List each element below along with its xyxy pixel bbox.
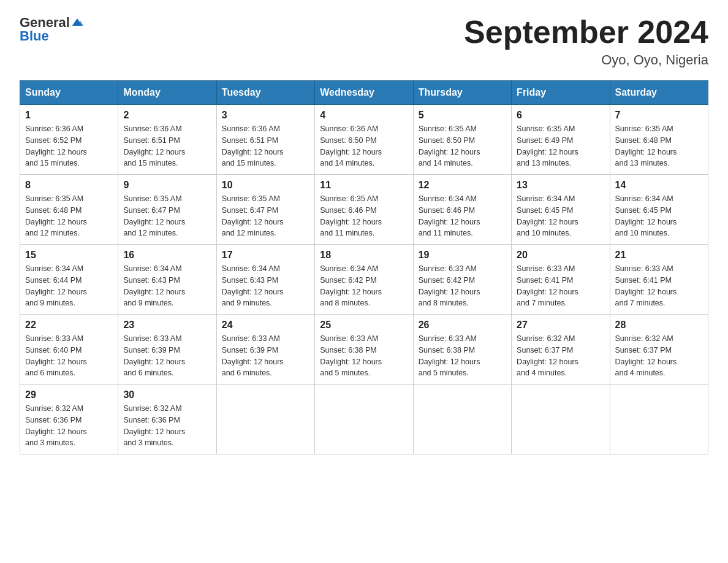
col-saturday: Saturday	[610, 81, 708, 105]
day-number: 28	[615, 320, 703, 331]
calendar-cell: 7 Sunrise: 6:35 AM Sunset: 6:48 PM Dayli…	[610, 105, 708, 175]
day-number: 13	[517, 180, 604, 191]
calendar-cell: 13 Sunrise: 6:34 AM Sunset: 6:45 PM Dayl…	[512, 175, 610, 245]
calendar-cell: 19 Sunrise: 6:33 AM Sunset: 6:42 PM Dayl…	[413, 245, 511, 315]
calendar-cell: 12 Sunrise: 6:34 AM Sunset: 6:46 PM Dayl…	[413, 175, 511, 245]
page-header: General Blue September 2024 Oyo, Oyo, Ni…	[20, 15, 708, 68]
calendar-cell: 28 Sunrise: 6:32 AM Sunset: 6:37 PM Dayl…	[610, 315, 708, 385]
calendar-week-2: 8 Sunrise: 6:35 AM Sunset: 6:48 PM Dayli…	[20, 175, 708, 245]
calendar-cell: 11 Sunrise: 6:35 AM Sunset: 6:46 PM Dayl…	[315, 175, 413, 245]
day-info: Sunrise: 6:34 AM Sunset: 6:42 PM Dayligh…	[320, 263, 408, 309]
calendar-cell: 23 Sunrise: 6:33 AM Sunset: 6:39 PM Dayl…	[118, 315, 216, 385]
day-number: 27	[517, 320, 604, 331]
day-info: Sunrise: 6:35 AM Sunset: 6:49 PM Dayligh…	[517, 123, 604, 169]
day-number: 11	[320, 180, 408, 191]
calendar-cell: 2 Sunrise: 6:36 AM Sunset: 6:51 PM Dayli…	[118, 105, 216, 175]
day-number: 14	[615, 180, 703, 191]
day-number: 25	[320, 320, 408, 331]
day-info: Sunrise: 6:32 AM Sunset: 6:37 PM Dayligh…	[615, 333, 703, 379]
day-info: Sunrise: 6:35 AM Sunset: 6:48 PM Dayligh…	[615, 123, 703, 169]
day-number: 2	[123, 110, 211, 121]
day-number: 20	[517, 250, 604, 261]
day-info: Sunrise: 6:33 AM Sunset: 6:39 PM Dayligh…	[222, 333, 309, 379]
calendar-cell: 21 Sunrise: 6:33 AM Sunset: 6:41 PM Dayl…	[610, 245, 708, 315]
day-info: Sunrise: 6:34 AM Sunset: 6:43 PM Dayligh…	[222, 263, 309, 309]
calendar-cell	[216, 385, 314, 454]
calendar-cell: 27 Sunrise: 6:32 AM Sunset: 6:37 PM Dayl…	[512, 315, 610, 385]
logo-icon	[71, 17, 83, 29]
calendar-cell: 20 Sunrise: 6:33 AM Sunset: 6:41 PM Dayl…	[512, 245, 610, 315]
calendar-cell: 6 Sunrise: 6:35 AM Sunset: 6:49 PM Dayli…	[512, 105, 610, 175]
calendar-cell: 26 Sunrise: 6:33 AM Sunset: 6:38 PM Dayl…	[413, 315, 511, 385]
day-info: Sunrise: 6:36 AM Sunset: 6:51 PM Dayligh…	[222, 123, 309, 169]
day-info: Sunrise: 6:36 AM Sunset: 6:51 PM Dayligh…	[123, 123, 211, 169]
day-number: 26	[419, 320, 506, 331]
day-number: 23	[123, 320, 211, 331]
title-section: September 2024 Oyo, Oyo, Nigeria	[464, 15, 708, 68]
calendar-cell: 29 Sunrise: 6:32 AM Sunset: 6:36 PM Dayl…	[20, 385, 118, 454]
logo-blue: Blue	[20, 28, 49, 44]
calendar-week-3: 15 Sunrise: 6:34 AM Sunset: 6:44 PM Dayl…	[20, 245, 708, 315]
col-friday: Friday	[512, 81, 610, 105]
day-number: 18	[320, 250, 408, 261]
day-info: Sunrise: 6:34 AM Sunset: 6:46 PM Dayligh…	[419, 193, 506, 239]
calendar-title: September 2024	[464, 15, 708, 50]
calendar-cell: 18 Sunrise: 6:34 AM Sunset: 6:42 PM Dayl…	[315, 245, 413, 315]
day-info: Sunrise: 6:34 AM Sunset: 6:45 PM Dayligh…	[615, 193, 703, 239]
day-info: Sunrise: 6:35 AM Sunset: 6:50 PM Dayligh…	[419, 123, 506, 169]
day-number: 15	[25, 250, 113, 261]
day-info: Sunrise: 6:34 AM Sunset: 6:44 PM Dayligh…	[25, 263, 113, 309]
col-monday: Monday	[118, 81, 216, 105]
calendar-cell	[610, 385, 708, 454]
day-number: 6	[517, 110, 604, 121]
day-info: Sunrise: 6:33 AM Sunset: 6:41 PM Dayligh…	[615, 263, 703, 309]
day-info: Sunrise: 6:33 AM Sunset: 6:39 PM Dayligh…	[123, 333, 211, 379]
day-info: Sunrise: 6:35 AM Sunset: 6:46 PM Dayligh…	[320, 193, 408, 239]
day-number: 29	[25, 389, 113, 400]
day-info: Sunrise: 6:32 AM Sunset: 6:36 PM Dayligh…	[25, 403, 113, 449]
day-number: 12	[419, 180, 506, 191]
day-number: 8	[25, 180, 113, 191]
calendar-cell: 10 Sunrise: 6:35 AM Sunset: 6:47 PM Dayl…	[216, 175, 314, 245]
day-info: Sunrise: 6:33 AM Sunset: 6:42 PM Dayligh…	[419, 263, 506, 309]
calendar-week-4: 22 Sunrise: 6:33 AM Sunset: 6:40 PM Dayl…	[20, 315, 708, 385]
calendar-cell: 30 Sunrise: 6:32 AM Sunset: 6:36 PM Dayl…	[118, 385, 216, 454]
col-thursday: Thursday	[413, 81, 511, 105]
calendar-table: Sunday Monday Tuesday Wednesday Thursday…	[20, 80, 708, 454]
day-number: 7	[615, 110, 703, 121]
day-number: 22	[25, 320, 113, 331]
calendar-cell	[413, 385, 511, 454]
day-info: Sunrise: 6:35 AM Sunset: 6:47 PM Dayligh…	[222, 193, 309, 239]
calendar-cell	[315, 385, 413, 454]
day-info: Sunrise: 6:35 AM Sunset: 6:47 PM Dayligh…	[123, 193, 211, 239]
day-info: Sunrise: 6:33 AM Sunset: 6:40 PM Dayligh…	[25, 333, 113, 379]
calendar-week-1: 1 Sunrise: 6:36 AM Sunset: 6:52 PM Dayli…	[20, 105, 708, 175]
col-wednesday: Wednesday	[315, 81, 413, 105]
day-info: Sunrise: 6:36 AM Sunset: 6:52 PM Dayligh…	[25, 123, 113, 169]
col-tuesday: Tuesday	[216, 81, 314, 105]
calendar-cell: 9 Sunrise: 6:35 AM Sunset: 6:47 PM Dayli…	[118, 175, 216, 245]
day-number: 1	[25, 110, 113, 121]
day-number: 10	[222, 180, 309, 191]
day-info: Sunrise: 6:34 AM Sunset: 6:45 PM Dayligh…	[517, 193, 604, 239]
day-number: 30	[123, 389, 211, 400]
calendar-subtitle: Oyo, Oyo, Nigeria	[464, 52, 708, 68]
day-info: Sunrise: 6:33 AM Sunset: 6:41 PM Dayligh…	[517, 263, 604, 309]
day-info: Sunrise: 6:36 AM Sunset: 6:50 PM Dayligh…	[320, 123, 408, 169]
col-sunday: Sunday	[20, 81, 118, 105]
calendar-cell: 17 Sunrise: 6:34 AM Sunset: 6:43 PM Dayl…	[216, 245, 314, 315]
calendar-cell: 4 Sunrise: 6:36 AM Sunset: 6:50 PM Dayli…	[315, 105, 413, 175]
calendar-week-5: 29 Sunrise: 6:32 AM Sunset: 6:36 PM Dayl…	[20, 385, 708, 454]
day-info: Sunrise: 6:32 AM Sunset: 6:36 PM Dayligh…	[123, 403, 211, 449]
calendar-cell: 24 Sunrise: 6:33 AM Sunset: 6:39 PM Dayl…	[216, 315, 314, 385]
day-info: Sunrise: 6:34 AM Sunset: 6:43 PM Dayligh…	[123, 263, 211, 309]
day-info: Sunrise: 6:33 AM Sunset: 6:38 PM Dayligh…	[320, 333, 408, 379]
calendar-header-row: Sunday Monday Tuesday Wednesday Thursday…	[20, 81, 708, 105]
day-number: 21	[615, 250, 703, 261]
calendar-cell: 8 Sunrise: 6:35 AM Sunset: 6:48 PM Dayli…	[20, 175, 118, 245]
day-number: 19	[419, 250, 506, 261]
calendar-cell: 16 Sunrise: 6:34 AM Sunset: 6:43 PM Dayl…	[118, 245, 216, 315]
calendar-cell: 3 Sunrise: 6:36 AM Sunset: 6:51 PM Dayli…	[216, 105, 314, 175]
day-info: Sunrise: 6:35 AM Sunset: 6:48 PM Dayligh…	[25, 193, 113, 239]
day-number: 16	[123, 250, 211, 261]
